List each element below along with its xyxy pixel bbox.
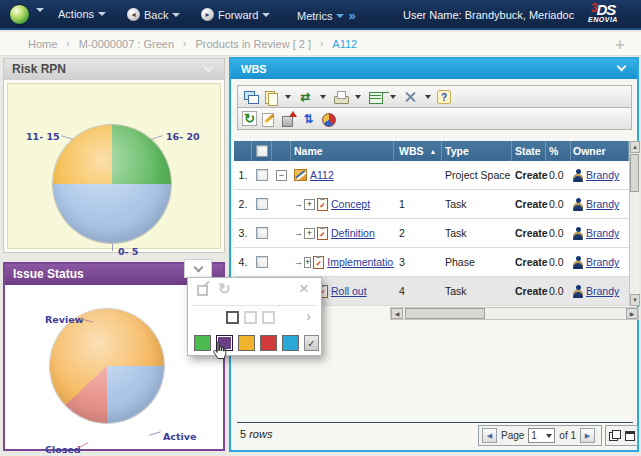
- name-link[interactable]: Roll out: [331, 285, 367, 297]
- app-menu-caret[interactable]: [36, 8, 44, 12]
- back-button[interactable]: ◂ Back: [127, 8, 180, 21]
- owner-column-header[interactable]: Owner: [571, 141, 629, 161]
- color-swatch-red[interactable]: [260, 335, 277, 351]
- layout-option-1[interactable]: [226, 311, 239, 324]
- print-icon[interactable]: [332, 89, 349, 105]
- percent-column-header[interactable]: %: [546, 141, 571, 161]
- collapse-icon[interactable]: −: [276, 170, 287, 181]
- dropdown-caret-icon[interactable]: [320, 95, 326, 99]
- horizontal-scroll-thumb[interactable]: [405, 308, 485, 319]
- chart-view-icon[interactable]: [320, 111, 337, 127]
- pie-label-review: Review: [45, 314, 83, 325]
- expand-icon[interactable]: +: [304, 199, 315, 210]
- enovia-brand-logo: 3DS ENOVIA: [577, 2, 629, 23]
- row-checkbox[interactable]: [256, 227, 268, 239]
- actions-menu[interactable]: Actions: [58, 8, 106, 20]
- open-external-icon[interactable]: [197, 285, 208, 296]
- select-all-checkbox[interactable]: [256, 145, 268, 157]
- risk-rpn-header[interactable]: Risk RPN: [4, 59, 224, 80]
- owner-link[interactable]: Brandy: [586, 227, 619, 239]
- owner-link[interactable]: Brandy: [586, 169, 619, 181]
- color-swatch-blue[interactable]: [282, 335, 299, 351]
- scroll-right-icon[interactable]: ▶: [626, 308, 638, 319]
- apply-check-button[interactable]: ✓: [304, 335, 319, 351]
- scroll-down-icon[interactable]: ▼: [630, 294, 640, 306]
- assign-transfer-icon[interactable]: ⇄: [297, 89, 314, 105]
- name-link[interactable]: A112: [310, 169, 334, 181]
- issue-status-menu-button[interactable]: [184, 259, 212, 278]
- row-checkbox[interactable]: [256, 256, 268, 268]
- scroll-left-icon[interactable]: ◀: [391, 308, 403, 319]
- page-select[interactable]: 1: [528, 428, 555, 443]
- close-icon[interactable]: ×: [299, 279, 309, 299]
- cascade-windows-icon[interactable]: [242, 89, 259, 105]
- chevron-down-icon[interactable]: [204, 63, 214, 73]
- layout-option-2[interactable]: [244, 311, 257, 324]
- expand-icon[interactable]: +: [304, 257, 311, 268]
- add-tab-icon[interactable]: +: [615, 35, 625, 55]
- owner-link[interactable]: Brandy: [586, 198, 619, 210]
- metrics-menu[interactable]: Metrics »: [297, 8, 356, 23]
- tools-icon[interactable]: [402, 89, 419, 105]
- back-label: Back: [144, 9, 168, 21]
- chevron-down-icon[interactable]: [617, 62, 627, 72]
- dropdown-caret-icon[interactable]: [285, 95, 291, 99]
- name-link[interactable]: Definition: [331, 227, 375, 239]
- dropdown-caret-icon[interactable]: [425, 95, 431, 99]
- breadcrumb-current[interactable]: A112: [332, 38, 357, 50]
- color-swatch-yellow[interactable]: [238, 335, 255, 351]
- scroll-up-icon[interactable]: ▲: [630, 141, 640, 153]
- row-checkbox[interactable]: [256, 198, 268, 210]
- sort-icon[interactable]: ⇅: [300, 111, 317, 127]
- name-column-header[interactable]: Name: [291, 141, 394, 161]
- owner-link[interactable]: Brandy: [586, 256, 619, 268]
- breadcrumb-separator-icon: ›: [66, 38, 69, 49]
- vertical-scroll-thumb[interactable]: [630, 154, 639, 192]
- previous-page-button[interactable]: ◀: [482, 428, 497, 443]
- name-link[interactable]: Concept: [331, 198, 370, 210]
- refresh-icon[interactable]: ↻: [218, 280, 231, 298]
- portlet-settings-popup: ↻ × › ✓: [187, 277, 322, 356]
- type-column-header[interactable]: Type: [442, 141, 512, 161]
- app-globe-logo-icon[interactable]: [9, 4, 30, 25]
- row-number: 2.: [234, 198, 252, 210]
- next-options-icon[interactable]: ›: [306, 308, 311, 324]
- risk-rpn-pie-chart[interactable]: [53, 125, 171, 243]
- help-icon[interactable]: ?: [437, 90, 451, 104]
- table-horizontal-scrollbar[interactable]: ◀ ▶: [390, 307, 639, 320]
- wbs-header[interactable]: WBS: [231, 59, 637, 79]
- expand-icon[interactable]: +: [304, 228, 315, 239]
- table-vertical-scrollbar[interactable]: ▲ ▼: [629, 141, 639, 306]
- breadcrumb-project[interactable]: M-0000007 : Green: [79, 38, 174, 50]
- copy-new-document-icon[interactable]: [262, 89, 279, 105]
- user-name-label: User Name: Brandybuck, Meriadoc: [403, 9, 574, 21]
- row-checkbox[interactable]: [256, 169, 268, 181]
- cascade-view-icon[interactable]: [609, 430, 620, 441]
- single-view-icon[interactable]: [624, 430, 635, 441]
- edit-icon[interactable]: [260, 111, 277, 127]
- forward-arrow-icon: ▸: [201, 8, 214, 21]
- refresh-icon[interactable]: ↻: [242, 111, 257, 126]
- issue-status-pie-chart[interactable]: [50, 309, 164, 423]
- percent-value: 0.0: [546, 256, 571, 268]
- next-page-button[interactable]: ▶: [580, 428, 595, 443]
- color-swatch-green[interactable]: [194, 335, 211, 351]
- breadcrumb-separator-icon: ›: [320, 38, 323, 49]
- layout-option-3[interactable]: [262, 311, 275, 324]
- forward-button[interactable]: ▸ Forward: [201, 8, 270, 21]
- arrow-icon: →: [294, 199, 303, 209]
- delete-icon[interactable]: [280, 111, 297, 127]
- task-icon: ✓: [317, 227, 328, 240]
- breadcrumb-home[interactable]: Home: [28, 38, 57, 50]
- breadcrumb-products[interactable]: Products in Review [ 2 ]: [195, 38, 311, 50]
- dropdown-caret-icon[interactable]: [390, 95, 396, 99]
- dropdown-caret-icon[interactable]: [355, 95, 361, 99]
- state-column-header[interactable]: State: [512, 141, 546, 161]
- wbs-column-header[interactable]: WBS▲: [394, 141, 442, 161]
- name-link[interactable]: Implementation: [327, 256, 394, 268]
- owner-link[interactable]: Brandy: [586, 285, 619, 297]
- of-pages-label: of 1: [559, 430, 576, 441]
- row-number: 1.: [234, 169, 252, 181]
- more-menus-icon[interactable]: »: [348, 8, 355, 23]
- table-view-icon[interactable]: [367, 89, 384, 105]
